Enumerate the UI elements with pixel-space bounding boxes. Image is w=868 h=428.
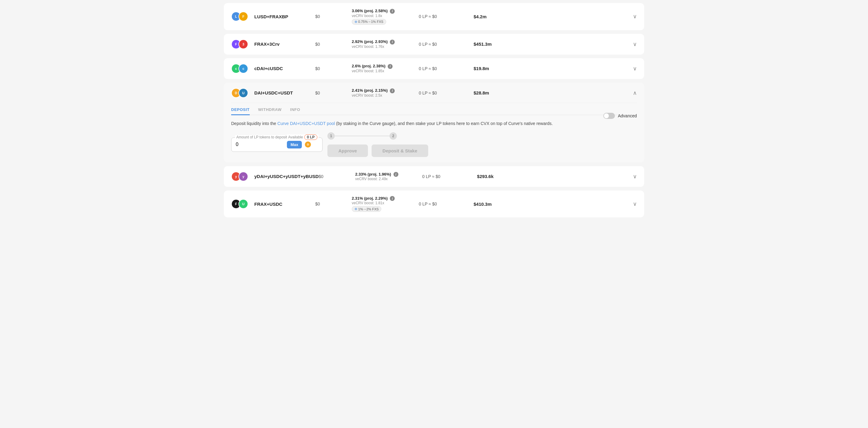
info-icon[interactable]: i (390, 40, 395, 45)
step-2-dot: 2 (390, 132, 397, 140)
pool-tvl: $19.8m (474, 66, 510, 71)
expand-chevron[interactable]: ∨ (633, 13, 637, 20)
pool-tvl: $410.3m (474, 201, 510, 207)
pool-balance: 0 LP ≈ $0 (419, 14, 474, 19)
pool-row-frax-usdc: FU FRAX+USDC $0 2.31% (proj. 2.29%) i ve… (224, 191, 644, 218)
pool-icons: FU (231, 199, 249, 209)
pool-row-frax-3crv: F3 FRAX+3Crv $0 2.92% (proj. 2.93%) i ve… (224, 34, 644, 55)
token-icon: U (239, 199, 248, 209)
expand-chevron[interactable]: ∨ (633, 173, 637, 180)
pool-apr: 2.92% (proj. 2.93%) i veCRV boost: 1.76x (352, 39, 419, 49)
step-1-dot: 1 (328, 132, 335, 140)
pool-tvl: $451.3m (474, 41, 510, 47)
apr-boost: veCRV boost: 2.5x (352, 93, 419, 97)
max-button[interactable]: Max (287, 141, 302, 148)
pool-name: yDAI+yUSDC+yUSDT+yBUSD (254, 174, 318, 179)
deposit-tabs: DEPOSITWITHDRAWINFO (231, 107, 637, 115)
pool-balance: 0 LP ≈ $0 (422, 174, 477, 179)
apr-boost: veCRV boost: 1.81x (352, 201, 419, 205)
available-value: 0 LP (304, 135, 317, 140)
expand-chevron[interactable]: ∨ (633, 201, 637, 207)
token-icons-small: D (305, 141, 311, 147)
token-icon: 3 (239, 39, 248, 49)
info-icon[interactable]: i (394, 172, 398, 177)
pool-row-header[interactable]: yy yDAI+yUSDC+yUSDT+yBUSD $0 2.33% (proj… (231, 172, 637, 181)
pool-icons: F3 (231, 39, 249, 49)
pool-tvl: $293.6k (477, 174, 514, 179)
pool-balance: 0 LP ≈ $0 (419, 90, 474, 95)
pool-row-header[interactable]: LF LUSD+FRAXBP $0 3.06% (proj. 2.58%) i … (231, 8, 637, 25)
input-row: Max D (236, 141, 318, 148)
pool-name: LUSD+FRAXBP (254, 14, 315, 19)
tab-info[interactable]: INFO (290, 107, 300, 115)
pool-apr: 2.6% (proj. 2.38%) i veCRV boost: 1.85x (352, 64, 419, 73)
pool-row-cdai-cusdc: cc cDAI+cUSDC $0 2.6% (proj. 2.38%) i ve… (224, 58, 644, 79)
pool-row-header[interactable]: cc cDAI+cUSDC $0 2.6% (proj. 2.38%) i ve… (231, 64, 637, 74)
info-icon[interactable]: i (390, 9, 395, 14)
expand-chevron[interactable]: ∨ (633, 41, 637, 48)
apr-boost: veCRV boost: 1.76x (352, 45, 419, 49)
pool-balance: 0 LP ≈ $0 (419, 66, 474, 71)
deposit-stake-button[interactable]: Deposit & Stake (372, 144, 428, 157)
tab-withdraw[interactable]: WITHDRAW (258, 107, 282, 115)
pool-row-header[interactable]: DU DAI+USDC+USDT $0 2.41% (proj. 2.15%) … (231, 88, 637, 98)
apr-boost: veCRV boost: 2.49x (355, 177, 422, 181)
apr-value: 3.06% (proj. 2.58%) (352, 8, 388, 13)
advanced-toggle[interactable] (603, 113, 615, 119)
pool-balance: 0 LP ≈ $0 (419, 201, 474, 206)
token-icon: U (239, 88, 248, 98)
tab-deposit[interactable]: DEPOSIT (231, 107, 250, 115)
apr-value: 2.6% (proj. 2.38%) (352, 64, 385, 68)
deposit-description: Deposit liquidity into the Curve DAI+USD… (231, 120, 566, 127)
pool-deposited: $0 (315, 42, 352, 47)
step-line (335, 136, 390, 136)
pool-tvl: $28.8m (474, 90, 510, 95)
apr-value: 2.41% (proj. 2.15%) (352, 88, 388, 93)
lp-input-wrapper: Amount of LP tokens to deposit and stake… (231, 138, 322, 152)
apr-value: 2.92% (proj. 2.93%) (352, 39, 388, 44)
pool-row-lusd-fraxbp: LF LUSD+FRAXBP $0 3.06% (proj. 2.58%) i … (224, 3, 644, 30)
apr-boost: veCRV boost: 1.8x (352, 14, 419, 18)
token-icon-dai: D (305, 141, 311, 147)
pool-icons: DU (231, 88, 249, 98)
pool-name: FRAX+3Crv (254, 41, 315, 47)
expand-chevron[interactable]: ∨ (633, 65, 637, 72)
pool-deposited: $0 (318, 174, 355, 179)
info-icon[interactable]: i (390, 196, 395, 201)
pool-link[interactable]: Curve DAI+USDC+USDT pool (277, 121, 335, 126)
pool-row-ydai-yusdc-yusdt-ybusd: yy yDAI+yUSDC+yUSDT+yBUSD $0 2.33% (proj… (224, 166, 644, 187)
pool-apr: 2.41% (proj. 2.15%) i veCRV boost: 2.5x (352, 88, 419, 97)
pool-icons: yy (231, 172, 249, 181)
info-icon[interactable]: i (390, 88, 395, 93)
expand-chevron[interactable]: ∧ (633, 90, 637, 96)
pool-deposited: $0 (315, 66, 352, 71)
pool-apr: 2.33% (proj. 1.96%) i veCRV boost: 2.49x (355, 172, 422, 181)
deposit-input-section: Amount of LP tokens to deposit and stake… (231, 132, 603, 157)
token-icon: c (239, 64, 248, 74)
pool-row-header[interactable]: F3 FRAX+3Crv $0 2.92% (proj. 2.93%) i ve… (231, 39, 637, 49)
token-icon: F (239, 11, 248, 21)
action-buttons: Approve Deposit & Stake (328, 144, 428, 157)
approve-button[interactable]: Approve (328, 144, 368, 157)
advanced-toggle-wrapper: Advanced (603, 113, 637, 119)
deposit-content: Deposit liquidity into the Curve DAI+USD… (231, 120, 637, 157)
apr-badge: ⊕ 1%→2% FXS (352, 206, 381, 212)
pool-row-dai-usdc-usdt: DU DAI+USDC+USDT $0 2.41% (proj. 2.15%) … (224, 83, 644, 163)
pool-deposited: $0 (315, 90, 352, 95)
token-icon: y (239, 172, 248, 181)
lp-amount-input[interactable] (236, 142, 284, 147)
pool-icons: cc (231, 64, 249, 74)
advanced-label: Advanced (618, 113, 637, 118)
pool-tvl: $4.2m (474, 14, 510, 19)
pool-name: FRAX+USDC (254, 201, 315, 207)
pools-list: LF LUSD+FRAXBP $0 3.06% (proj. 2.58%) i … (218, 0, 650, 224)
pool-name: cDAI+cUSDC (254, 66, 315, 71)
apr-badge: ⊕ 0.75%→1% FXS (352, 19, 386, 25)
info-icon[interactable]: i (388, 64, 393, 69)
pool-name: DAI+USDC+USDT (254, 90, 315, 95)
steps-and-buttons: 1 2 Approve Deposit & Stake (328, 132, 428, 157)
apr-boost: veCRV boost: 1.85x (352, 69, 419, 73)
pool-apr: 2.31% (proj. 2.29%) i veCRV boost: 1.81x… (352, 196, 419, 212)
available-badge: Available 0 LP (287, 135, 318, 140)
pool-row-header[interactable]: FU FRAX+USDC $0 2.31% (proj. 2.29%) i ve… (231, 196, 637, 212)
